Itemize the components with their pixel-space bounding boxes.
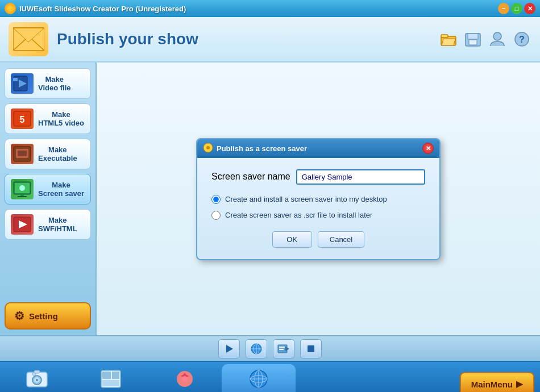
export-button[interactable] [273, 339, 294, 358]
template-icon [100, 369, 122, 389]
logo-envelope-icon [13, 25, 44, 53]
header-toolbar: ? [438, 30, 531, 49]
content-area: Publish as a screen saver ✕ Screen saver… [97, 62, 540, 335]
video-icon [11, 73, 34, 94]
close-button[interactable]: ✕ [524, 3, 535, 14]
user-button[interactable] [487, 30, 507, 49]
sidebar-item-swf[interactable]: Make SWF/HTML [5, 209, 91, 240]
svg-text:?: ? [519, 35, 525, 44]
video-btn-labels: Make Video file [38, 75, 71, 92]
scr-file-radio[interactable] [211, 211, 221, 220]
video-file-icon [13, 76, 31, 91]
titlebar: ⚡ IUWEsoft Slideshow Creator Pro (Unregi… [0, 0, 540, 17]
sidebar-item-screen[interactable]: Make Screen saver [5, 174, 91, 205]
radio-install-row: Create and install a screen saver into m… [211, 195, 425, 204]
main-menu-arrow: ▶ [516, 379, 523, 389]
stop-button[interactable] [300, 339, 322, 358]
install-radio-label: Create and install a screen saver into m… [225, 195, 387, 203]
tab-publish[interactable]: Publish [222, 364, 296, 393]
app-icon: ⚡ [5, 3, 16, 14]
play-icon [225, 344, 234, 353]
swf-label1: Make [38, 216, 77, 224]
svg-rect-40 [308, 345, 314, 352]
user-icon [489, 31, 505, 47]
video-label2: Video file [38, 84, 71, 92]
install-radio[interactable] [211, 195, 221, 204]
dialog-title-left: Publish as a screen saver [203, 143, 307, 155]
exec-label2: Executable [38, 154, 77, 162]
svg-marker-7 [442, 39, 455, 45]
svg-rect-49 [112, 372, 119, 379]
help-button[interactable]: ? [512, 30, 531, 49]
svg-rect-6 [441, 35, 448, 37]
folder-save-icon [465, 32, 481, 47]
cancel-button[interactable]: Cancel [318, 231, 364, 248]
play-button[interactable] [218, 339, 240, 358]
dialog-titlebar: Publish as a screen saver ✕ [197, 139, 439, 158]
setting-label: Setting [29, 311, 58, 321]
dialog-gear-icon [203, 143, 213, 153]
svg-text:5: 5 [20, 115, 25, 124]
swf-btn-labels: Make SWF/HTML [38, 216, 77, 233]
minimize-button[interactable]: − [498, 3, 509, 14]
svg-rect-39 [279, 349, 284, 350]
sidebar-item-exec[interactable]: Make Executable [5, 139, 91, 169]
screen-label2: Screen saver [38, 189, 84, 198]
svg-rect-43 [34, 370, 40, 373]
svg-point-52 [182, 376, 188, 382]
dialog-body: Screen saver name Create and install a s… [197, 158, 439, 259]
publish-globe-icon [248, 369, 269, 389]
main-area: Make Video file 5 Make HTML5 video [0, 62, 540, 335]
main-menu-label: MainMenu [471, 380, 513, 389]
photo-tab-icon [26, 369, 48, 389]
sidebar-item-video[interactable]: Make Video file [5, 68, 91, 99]
titlebar-left: ⚡ IUWEsoft Slideshow Creator Pro (Unregi… [5, 3, 186, 14]
sidebar-item-html5[interactable]: 5 Make HTML5 video [5, 103, 91, 134]
browser-icon [250, 343, 263, 355]
dialog-overlay: Publish as a screen saver ✕ Screen saver… [97, 62, 540, 335]
ok-button[interactable]: OK [272, 231, 312, 248]
svg-point-26 [19, 185, 25, 191]
svg-point-30 [206, 146, 210, 149]
html5-label1: Make [38, 110, 84, 119]
dialog-close-button[interactable]: ✕ [422, 143, 434, 154]
header-logo [9, 22, 48, 56]
publish-dialog: Publish as a screen saver ✕ Screen saver… [196, 138, 441, 260]
folder-open-icon [441, 32, 456, 47]
exec-btn-labels: Make Executable [38, 145, 77, 162]
tab-photo[interactable]: Photo [0, 364, 74, 393]
browser-preview-button[interactable] [246, 339, 267, 358]
tab-template[interactable]: Template [74, 364, 148, 393]
player-controls [0, 335, 540, 361]
decorate-icon [174, 369, 196, 389]
exec-file-icon [13, 146, 31, 162]
restore-button[interactable]: □ [511, 3, 522, 14]
setting-button[interactable]: ⚙ Setting [5, 302, 91, 330]
html5-file-icon: 5 [13, 111, 31, 127]
html5-icon: 5 [11, 109, 34, 129]
tab-decorate[interactable]: Decorate [148, 364, 222, 393]
folder-save-button[interactable] [463, 30, 483, 49]
html5-label2: HTML5 video [38, 119, 84, 127]
screen-saver-name-row: Screen saver name [211, 169, 425, 185]
header-left: Publish your show [9, 22, 198, 56]
main-menu-button[interactable]: MainMenu ▶ [460, 372, 534, 392]
svg-rect-48 [102, 372, 111, 379]
app-title: IUWEsoft Slideshow Creator Pro (Unregist… [19, 5, 186, 13]
sidebar: Make Video file 5 Make HTML5 video [0, 62, 97, 335]
page-title: Publish your show [57, 30, 198, 48]
screen-saver-name-input[interactable] [296, 169, 425, 185]
screen-saver-name-label: Screen saver name [211, 172, 290, 182]
svg-point-46 [36, 379, 38, 381]
svg-rect-1 [13, 28, 44, 51]
svg-rect-9 [468, 34, 478, 39]
svg-rect-38 [279, 347, 285, 348]
radio-scr-row: Create screen saver as .scr file to inst… [211, 211, 425, 220]
svg-rect-10 [469, 40, 477, 45]
export-icon [277, 343, 290, 355]
svg-rect-50 [102, 380, 119, 386]
svg-marker-31 [226, 345, 233, 353]
svg-rect-24 [18, 196, 27, 197]
folder-open-button[interactable] [438, 30, 458, 49]
template-tab-icon [99, 369, 122, 389]
